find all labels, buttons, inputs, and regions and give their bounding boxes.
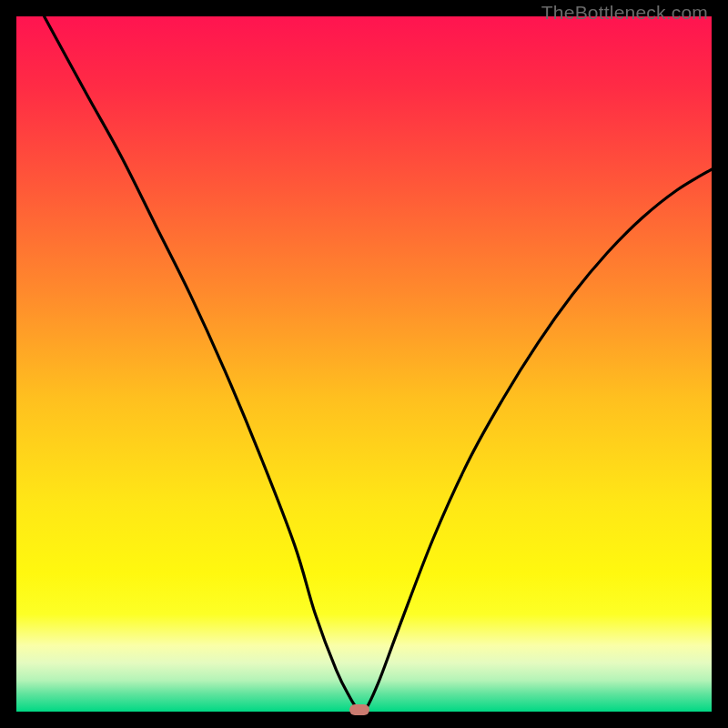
watermark-text: TheBottleneck.com xyxy=(541,2,708,24)
chart-container: TheBottleneck.com xyxy=(0,0,728,728)
bottleneck-curve xyxy=(16,16,712,712)
optimal-point-marker xyxy=(349,704,369,715)
plot-area xyxy=(16,16,712,712)
